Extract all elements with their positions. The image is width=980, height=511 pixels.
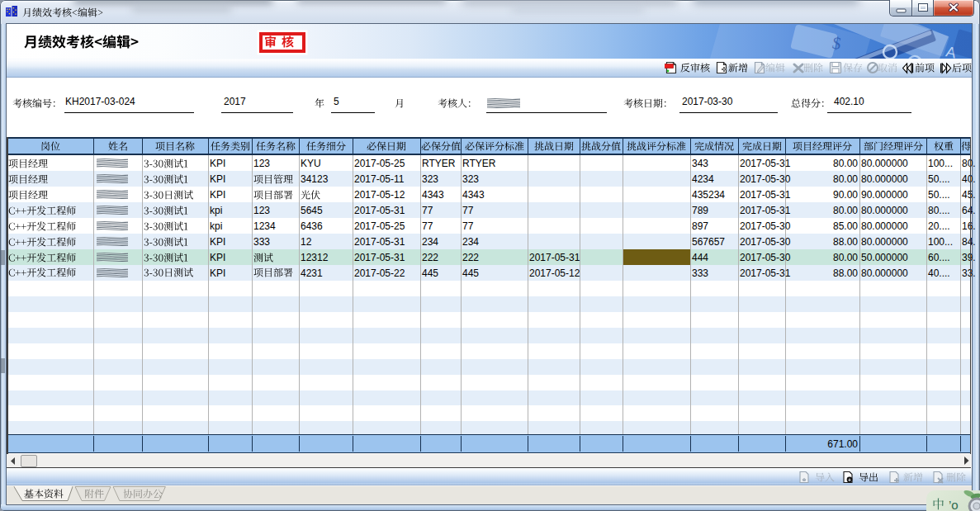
svg-text:’o: ’o <box>949 498 959 511</box>
